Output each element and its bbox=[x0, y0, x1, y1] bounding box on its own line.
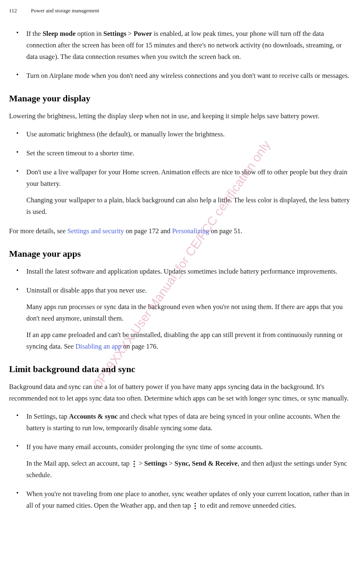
bullet-item: In Settings, tap Accounts & sync and che… bbox=[26, 411, 355, 434]
section-title: Manage your display bbox=[9, 93, 355, 104]
header-title: Power and storage management bbox=[31, 7, 99, 14]
bullet-text: Set the screen timeout to a shorter time… bbox=[26, 149, 134, 157]
bullet-text: Don't use a live wallpaper for your Home… bbox=[26, 168, 347, 187]
bullet-list: In Settings, tap Accounts & sync and che… bbox=[9, 411, 355, 511]
bullet-text: In Settings, tap Accounts & sync and che… bbox=[26, 412, 340, 432]
bullet-text: Use automatic brightness (the default), … bbox=[26, 130, 225, 138]
bullet-sub-para: Changing your wallpaper to a plain, blac… bbox=[26, 194, 353, 218]
bullet-item: Turn on Airplane mode when you don't nee… bbox=[26, 70, 355, 82]
bullet-item: Set the screen timeout to a shorter time… bbox=[26, 148, 355, 159]
bullet-item: When you're not traveling from one place… bbox=[26, 488, 355, 511]
bullet-item: Don't use a live wallpaper for your Home… bbox=[26, 166, 355, 218]
section-outro: For more details, see Settings and secur… bbox=[9, 225, 355, 237]
bullet-item: Uninstall or disable apps that you never… bbox=[26, 285, 355, 352]
bold-text: Settings bbox=[103, 30, 126, 37]
svg-point-4 bbox=[195, 506, 196, 507]
bullet-list: If the Sleep mode option in Settings > P… bbox=[9, 28, 355, 82]
svg-point-5 bbox=[195, 508, 196, 509]
bold-text: Power bbox=[134, 30, 152, 37]
page-number: 112 bbox=[9, 7, 17, 14]
bullet-item: Use automatic brightness (the default), … bbox=[26, 129, 355, 140]
bullet-text: If the Sleep mode option in Settings > P… bbox=[26, 30, 342, 61]
more-vert-icon bbox=[131, 460, 137, 467]
bold-text: Accounts & sync bbox=[69, 412, 118, 420]
bullet-text: When you're not traveling from one place… bbox=[26, 490, 349, 509]
link-text[interactable]: Settings and security bbox=[68, 227, 124, 235]
bullet-item: If the Sleep mode option in Settings > P… bbox=[26, 28, 355, 63]
link-text[interactable]: Personalizing bbox=[172, 227, 209, 235]
section-title: Manage your apps bbox=[9, 248, 355, 259]
more-vert-icon bbox=[192, 502, 198, 509]
link-text[interactable]: Disabling an app bbox=[75, 342, 121, 350]
bold-text: Sync, Send & Receive bbox=[175, 459, 238, 467]
bullet-text: Uninstall or disable apps that you never… bbox=[26, 286, 147, 294]
bullet-sub-para: In the Mail app, select an account, tap … bbox=[26, 458, 353, 481]
bold-text: Sleep mode bbox=[42, 30, 75, 37]
bullet-sub-para: If an app came preloaded and can't be un… bbox=[26, 329, 353, 352]
svg-point-0 bbox=[133, 461, 135, 462]
svg-point-3 bbox=[195, 503, 196, 504]
bullet-item: If you have many email accounts, conside… bbox=[26, 441, 355, 481]
svg-point-1 bbox=[133, 464, 135, 465]
content-body: If the Sleep mode option in Settings > P… bbox=[9, 28, 355, 511]
section-intro: Background data and sync can use a lot o… bbox=[9, 381, 355, 404]
bullet-text: If you have many email accounts, conside… bbox=[26, 443, 263, 451]
bullet-text: Turn on Airplane mode when you don't nee… bbox=[26, 72, 349, 80]
section-intro: Lowering the brightness, letting the dis… bbox=[9, 110, 355, 122]
bullet-list: Use automatic brightness (the default), … bbox=[9, 129, 355, 218]
bullet-list: Install the latest software and applicat… bbox=[9, 266, 355, 352]
bullet-text: Install the latest software and applicat… bbox=[26, 267, 337, 275]
svg-point-2 bbox=[133, 466, 135, 467]
page-header: 112 Power and storage management bbox=[9, 7, 355, 14]
section-title: Limit background data and sync bbox=[9, 364, 355, 375]
bold-text: Settings bbox=[144, 459, 167, 467]
document-page: 0P19XXXX User Manual_for CE/FCC certific… bbox=[0, 0, 364, 528]
bullet-item: Install the latest software and applicat… bbox=[26, 266, 355, 277]
bullet-sub-para: Many apps run processes or sync data in … bbox=[26, 301, 353, 324]
